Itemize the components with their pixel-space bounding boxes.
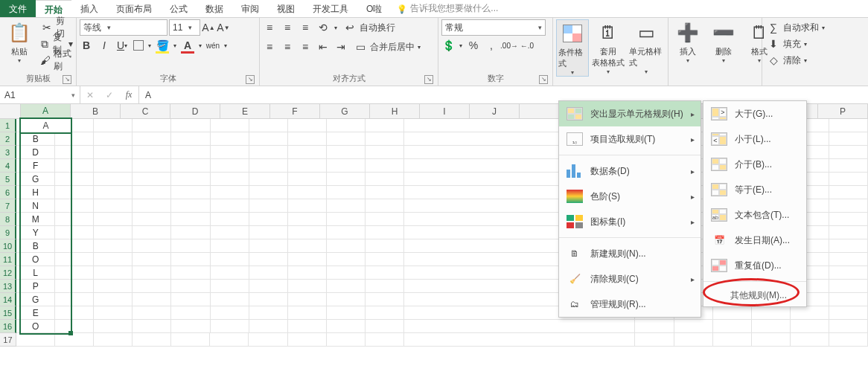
wrap-text-button[interactable]: ↩ 自动换行 <box>342 19 397 36</box>
column-header[interactable]: A <box>21 104 71 119</box>
cell[interactable] <box>133 320 171 333</box>
row-header[interactable]: 5 <box>0 173 16 186</box>
cell[interactable] <box>327 119 366 132</box>
cell[interactable] <box>829 119 868 132</box>
cell[interactable] <box>829 280 868 293</box>
cell[interactable] <box>55 132 94 146</box>
cell[interactable] <box>211 199 249 213</box>
row-header[interactable]: 12 <box>0 266 16 280</box>
cell[interactable] <box>133 213 171 226</box>
cell[interactable] <box>829 159 868 173</box>
cell[interactable] <box>171 199 210 213</box>
cell[interactable] <box>249 199 288 213</box>
cell[interactable] <box>171 280 210 293</box>
cell[interactable] <box>713 320 752 333</box>
cell[interactable] <box>55 159 94 173</box>
icon-sets-item[interactable]: 图标集(I) ▸ <box>559 209 701 234</box>
cell[interactable] <box>366 159 404 173</box>
accounting-format-icon[interactable]: 💲 <box>441 39 455 52</box>
row-header[interactable]: 14 <box>0 293 16 306</box>
cell[interactable] <box>171 293 210 306</box>
cell[interactable] <box>211 293 249 306</box>
cell[interactable] <box>829 132 868 146</box>
row-header[interactable]: 6 <box>0 186 16 199</box>
cell[interactable] <box>829 333 868 347</box>
cell[interactable] <box>288 306 327 320</box>
greater-than-item[interactable]: > 大于(G)... <box>703 101 806 126</box>
cell[interactable] <box>171 173 210 186</box>
cell[interactable] <box>327 280 366 293</box>
cell[interactable] <box>133 146 171 159</box>
row-header[interactable]: 16 <box>0 320 16 333</box>
merge-center-button[interactable]: ▭ 合并后居中 ▾ <box>352 39 422 55</box>
row-header[interactable]: 17 <box>0 333 16 347</box>
cell[interactable] <box>94 159 133 173</box>
cell[interactable] <box>211 132 249 146</box>
cell[interactable] <box>791 320 829 333</box>
cell[interactable] <box>94 119 133 132</box>
cell[interactable] <box>171 132 210 146</box>
cell[interactable] <box>327 320 366 333</box>
cell[interactable] <box>249 159 288 173</box>
row-header[interactable]: 7 <box>0 199 16 213</box>
cell[interactable] <box>752 306 791 320</box>
cell[interactable] <box>288 266 327 280</box>
cell[interactable] <box>327 293 366 306</box>
cell[interactable] <box>171 186 210 199</box>
cell[interactable] <box>16 333 55 347</box>
cell[interactable] <box>249 320 288 333</box>
cell[interactable] <box>133 280 171 293</box>
cell[interactable] <box>366 213 404 226</box>
cell[interactable] <box>635 333 674 347</box>
font-name-combo[interactable]: 等线 ▾ <box>80 19 167 36</box>
cell[interactable] <box>366 333 404 347</box>
data-bars-item[interactable]: 数据条(D) ▸ <box>559 158 701 184</box>
cell[interactable] <box>829 199 868 213</box>
cell[interactable] <box>366 226 404 239</box>
cell[interactable] <box>133 173 171 186</box>
less-than-item[interactable]: < 小于(L)... <box>703 126 806 152</box>
paste-button[interactable]: 📋 粘贴 ▾ <box>3 19 36 64</box>
name-box[interactable]: A1 ▾ <box>0 86 80 103</box>
cell-styles-button[interactable]: ▭ 单元格样式 ▾ <box>628 19 665 75</box>
cell[interactable] <box>249 119 288 132</box>
text-contains-item[interactable]: ab 文本包含(T)... <box>703 202 806 228</box>
row-header[interactable]: 13 <box>0 280 16 293</box>
cell[interactable] <box>249 146 288 159</box>
cell[interactable] <box>327 199 366 213</box>
cell[interactable] <box>94 239 133 253</box>
cell[interactable] <box>55 280 94 293</box>
font-color-button[interactable]: A <box>181 39 194 52</box>
cell[interactable] <box>55 253 94 266</box>
cell[interactable] <box>635 320 674 333</box>
cell[interactable] <box>327 186 366 199</box>
cell[interactable] <box>366 306 404 320</box>
row-header[interactable]: 15 <box>0 306 16 320</box>
cell[interactable] <box>55 186 94 199</box>
row-header[interactable]: 2 <box>0 132 16 146</box>
cell[interactable] <box>133 132 171 146</box>
cell[interactable] <box>829 253 868 266</box>
cell[interactable] <box>249 306 288 320</box>
align-right-icon[interactable]: ≡ <box>299 40 312 54</box>
tab-data[interactable]: 数据 <box>197 0 232 17</box>
select-all-corner[interactable] <box>0 104 21 119</box>
cell[interactable] <box>171 266 210 280</box>
row-header[interactable]: 9 <box>0 226 16 239</box>
cell[interactable] <box>249 266 288 280</box>
cell[interactable] <box>249 173 288 186</box>
cell[interactable] <box>829 146 868 159</box>
cell[interactable] <box>55 320 94 333</box>
cell[interactable] <box>829 213 868 226</box>
align-bottom-icon[interactable]: ≡ <box>299 21 312 34</box>
dialog-launcher[interactable]: ↘ <box>539 75 548 84</box>
cell[interactable] <box>211 280 249 293</box>
column-header[interactable]: E <box>220 104 270 119</box>
align-center-icon[interactable]: ≡ <box>281 40 294 54</box>
cell[interactable] <box>211 226 249 239</box>
tab-view[interactable]: 视图 <box>268 0 304 17</box>
align-left-icon[interactable]: ≡ <box>263 40 276 54</box>
tab-formulas[interactable]: 公式 <box>161 0 197 17</box>
number-format-combo[interactable]: 常规 ▾ <box>441 19 546 36</box>
cell[interactable] <box>366 119 404 132</box>
